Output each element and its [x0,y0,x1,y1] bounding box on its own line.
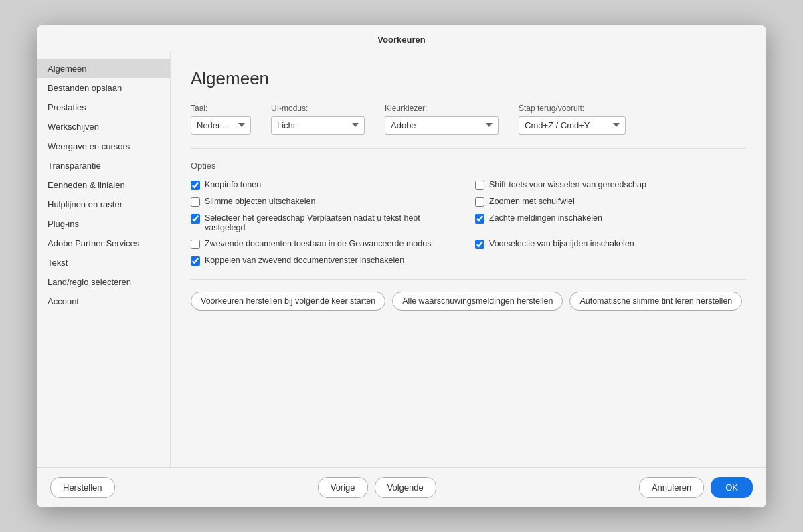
checkbox-item-zachte-meldingen: Zachte meldingen inschakelen [475,213,746,232]
ui-modus-label: UI-modus: [271,104,365,113]
dialog-footer: Herstellen Vorige Volgende Annuleren OK [37,467,766,507]
volgende-button[interactable]: Volgende [375,477,436,498]
checkbox-label-koppelen-zwevend: Koppelen van zwevend documentvenster ins… [205,256,404,265]
sidebar-item-werkschijven[interactable]: Werkschijven [37,117,170,137]
stap-label: Stap terug/vooruit: [519,104,626,113]
annuleren-button[interactable]: Annuleren [639,477,704,498]
checkbox-label-shift-toets: Shift-toets voor wisselen van gereedscha… [489,180,646,189]
voorkeuren-herstellen-button[interactable]: Voorkeuren herstellen bij volgende keer … [191,292,385,311]
vorige-button[interactable]: Vorige [318,477,368,498]
checkbox-shift-toets[interactable] [475,181,484,190]
checkbox-knopinfo[interactable] [191,181,200,190]
ok-button[interactable]: OK [711,477,753,498]
checkbox-label-selecteer-gereedschap: Selecteer het gereedschap Verplaatsen na… [205,213,462,232]
form-group-ui: UI-modus: LichtDonkerAuto [271,104,365,135]
sidebar-item-transparantie[interactable]: Transparantie [37,156,170,175]
bottom-divider [191,279,746,280]
form-row-dropdowns: Taal: Neder...EnglishDeutschFrançais UI-… [191,104,746,135]
waarschuwingen-herstellen-button[interactable]: Alle waarschuwingsmeldingen herstellen [392,292,563,311]
checkbox-item-shift-toets: Shift-toets voor wisselen van gereedscha… [475,180,746,190]
sidebar-item-account[interactable]: Account [37,292,170,311]
form-group-kleur: Kleurkiezer: AdobeWindows [385,104,499,135]
dialog-title: Voorkeuren [37,25,766,52]
checkbox-item-koppelen-zwevend: Koppelen van zwevend documentvenster ins… [191,256,462,266]
checkbox-item-zwevende-documenten: Zwevende documenten toestaan in de Geava… [191,239,462,249]
checkbox-item-knopinfo: Knopinfo tonen [191,180,462,190]
ui-modus-select[interactable]: LichtDonkerAuto [271,116,365,135]
checkbox-zachte-meldingen[interactable] [475,214,484,224]
sidebar-item-hulplijnen-en-raster[interactable]: Hulplijnen en raster [37,195,170,214]
checkbox-label-voorselectie: Voorselectie van bijsnijden inschakelen [489,239,634,248]
dialog-body: AlgemeenBestanden opslaanPrestatiesWerks… [37,52,766,467]
reset-buttons-row: Voorkeuren herstellen bij volgende keer … [191,292,746,311]
content-title: Algemeen [191,68,746,89]
sidebar-item-weergave-en-cursors[interactable]: Weergave en cursors [37,137,170,156]
checkbox-label-slimme-objecten: Slimme objecten uitschakelen [205,197,315,206]
sidebar-item-tekst[interactable]: Tekst [37,253,170,272]
checkbox-selecteer-gereedschap[interactable] [191,214,200,224]
options-grid: Knopinfo tonenShift-toets voor wisselen … [191,180,746,266]
sidebar-item-adobe-partner-services[interactable]: Adobe Partner Services [37,234,170,253]
footer-center: Vorige Volgende [318,477,436,498]
content-area: Algemeen Taal: Neder...EnglishDeutschFra… [171,52,766,467]
sidebar: AlgemeenBestanden opslaanPrestatiesWerks… [37,52,171,467]
checkbox-label-zwevende-documenten: Zwevende documenten toestaan in de Geava… [205,239,431,248]
sidebar-item-plug-ins[interactable]: Plug-ins [37,214,170,234]
divider-opties [191,148,746,149]
checkbox-zoomen[interactable] [475,197,484,207]
taal-label: Taal: [191,104,251,113]
checkbox-label-knopinfo: Knopinfo tonen [205,180,261,189]
herstellen-button[interactable]: Herstellen [50,477,115,498]
checkbox-item-slimme-objecten: Slimme objecten uitschakelen [191,197,462,207]
stap-select[interactable]: Cmd+Z / Cmd+YCtrl+Z / Ctrl+Y [519,116,626,135]
form-group-taal: Taal: Neder...EnglishDeutschFrançais [191,104,251,135]
footer-right: Annuleren OK [639,477,753,498]
sidebar-item-algemeen[interactable]: Algemeen [37,59,170,78]
checkbox-label-zachte-meldingen: Zachte meldingen inschakelen [489,213,602,223]
sidebar-item-land-regio[interactable]: Land/regio selecteren [37,272,170,292]
checkbox-voorselectie[interactable] [475,240,484,249]
sidebar-item-eenheden-en-linialen[interactable]: Eenheden & linialen [37,175,170,195]
form-group-stap: Stap terug/vooruit: Cmd+Z / Cmd+YCtrl+Z … [519,104,626,135]
footer-left: Herstellen [50,477,115,498]
checkbox-slimme-objecten[interactable] [191,197,200,207]
kleurkiezer-label: Kleurkiezer: [385,104,499,113]
sidebar-item-bestanden-opslaan[interactable]: Bestanden opslaan [37,78,170,98]
kleurkiezer-select[interactable]: AdobeWindows [385,116,499,135]
checkbox-koppelen-zwevend[interactable] [191,256,200,266]
preferences-dialog: Voorkeuren AlgemeenBestanden opslaanPres… [37,25,766,507]
slimme-tint-herstellen-button[interactable]: Automatische slimme tint leren herstelle… [569,292,742,311]
checkbox-item-selecteer-gereedschap: Selecteer het gereedschap Verplaatsen na… [191,213,462,232]
checkbox-item-voorselectie: Voorselectie van bijsnijden inschakelen [475,239,746,249]
opties-label: Opties [191,161,746,171]
taal-select[interactable]: Neder...EnglishDeutschFrançais [191,116,251,135]
checkbox-label-zoomen: Zoomen met schuifwiel [489,197,575,206]
checkbox-item-zoomen: Zoomen met schuifwiel [475,197,746,207]
checkbox-zwevende-documenten[interactable] [191,240,200,249]
sidebar-item-prestaties[interactable]: Prestaties [37,98,170,117]
